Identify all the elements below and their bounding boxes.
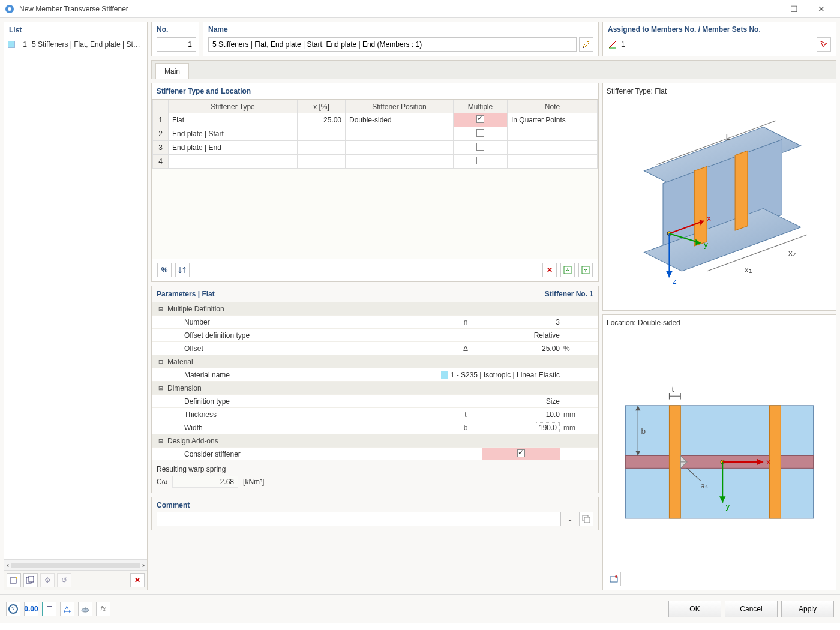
ok-button[interactable]: OK xyxy=(668,601,721,617)
help-button[interactable]: ? xyxy=(6,602,20,616)
sort-button[interactable] xyxy=(175,263,190,277)
group-multiple[interactable]: ⊟Multiple Definition xyxy=(152,302,598,315)
param-consider[interactable]: Consider stiffener xyxy=(152,447,598,460)
new-item-button[interactable] xyxy=(7,573,21,587)
list-item[interactable]: 1 5 Stiffeners | Flat, End plate | Start… xyxy=(4,38,147,51)
parameters-subtitle: Stiffener No. 1 xyxy=(545,290,593,298)
param-offset[interactable]: OffsetΔ25.00% xyxy=(152,341,598,355)
scroll-right-icon[interactable]: › xyxy=(142,561,145,569)
svg-line-6 xyxy=(609,41,616,48)
comment-dropdown-button[interactable]: ⌄ xyxy=(565,512,575,526)
comment-label: Comment xyxy=(157,501,593,509)
multiple-checkbox[interactable] xyxy=(476,129,484,137)
svg-rect-5 xyxy=(583,47,584,48)
import-button[interactable] xyxy=(560,263,575,277)
multiple-checkbox[interactable] xyxy=(476,157,484,164)
preview-tool-button[interactable] xyxy=(607,572,621,586)
stiffener-section: Stiffener Type and Location Stiffener Ty… xyxy=(151,83,599,282)
preview-bottom: Location: Double-sided t xyxy=(602,314,836,590)
preview-top-svg: x y z L x₁ x₂ xyxy=(607,98,832,307)
title-bar: New Member Transverse Stiffener — ☐ ✕ xyxy=(0,0,840,18)
name-label: Name xyxy=(208,25,593,34)
table-row[interactable]: 4 xyxy=(153,155,598,169)
list-toolbar: ⚙ ↺ ✕ xyxy=(4,570,147,590)
preview-bottom-title: Location: Double-sided xyxy=(607,319,832,327)
param-number[interactable]: Numbern3 xyxy=(152,315,598,328)
cancel-button[interactable]: Cancel xyxy=(725,601,778,617)
window-title: New Member Transverse Stiffener xyxy=(19,5,752,13)
parameters-section: Parameters | Flat Stiffener No. 1 ⊟Multi… xyxy=(151,286,599,493)
svg-marker-15 xyxy=(694,166,707,246)
delete-row-button[interactable]: ✕ xyxy=(542,263,557,277)
view-button[interactable]: ☐ xyxy=(42,602,56,616)
export-button[interactable] xyxy=(578,263,593,277)
scroll-left-icon[interactable]: ‹ xyxy=(7,561,9,569)
param-offset-type[interactable]: Offset definition typeRelative xyxy=(152,328,598,341)
param-thickness[interactable]: Thicknesst10.0mm xyxy=(152,407,598,421)
pick-member-button[interactable] xyxy=(817,37,831,52)
svg-text:t: t xyxy=(672,385,674,394)
col-mult[interactable]: Multiple xyxy=(454,100,508,113)
edit-name-button[interactable] xyxy=(579,37,593,52)
tab-main[interactable]: Main xyxy=(155,63,189,79)
multiple-checkbox[interactable] xyxy=(476,143,484,151)
copy-item-button[interactable] xyxy=(23,573,38,587)
function-button[interactable]: fx xyxy=(96,602,110,616)
list-item-number: 1 xyxy=(19,40,27,49)
preview-top-title: Stiffener Type: Flat xyxy=(607,87,832,95)
table-toolbar: % ✕ xyxy=(152,259,598,281)
minimize-button[interactable]: — xyxy=(752,0,780,18)
col-pos[interactable]: Stiffener Position xyxy=(346,100,454,113)
delete-item-button[interactable]: ✕ xyxy=(130,573,145,587)
group-design[interactable]: ⊟Design Add-ons xyxy=(152,434,598,447)
tool-button-3[interactable]: ⚙ xyxy=(40,573,55,587)
table-row[interactable]: 1Flat25.00Double-sidedIn Quarter Points xyxy=(153,113,598,127)
group-material[interactable]: ⊟Material xyxy=(152,355,598,368)
svg-text:aₛ: aₛ xyxy=(701,482,708,490)
col-x[interactable]: x [%] xyxy=(298,100,346,113)
tool-button-4[interactable]: ↺ xyxy=(57,573,71,587)
cloud-button[interactable] xyxy=(78,602,92,616)
svg-text:x: x xyxy=(707,214,711,223)
parameters-title: Parameters | Flat xyxy=(157,290,215,298)
table-row[interactable]: 2End plate | Start xyxy=(153,127,598,141)
warp-value: 2.68 xyxy=(172,476,238,488)
col-note[interactable]: Note xyxy=(508,100,598,113)
name-input[interactable] xyxy=(208,37,577,52)
close-button[interactable]: ✕ xyxy=(808,0,835,18)
comment-input[interactable] xyxy=(157,512,561,526)
svg-rect-2 xyxy=(10,578,16,583)
svg-rect-11 xyxy=(584,517,590,523)
table-row[interactable]: 3End plate | End xyxy=(153,141,598,155)
svg-marker-16 xyxy=(735,151,748,230)
svg-marker-25 xyxy=(666,271,672,277)
units-button[interactable]: 0.00 xyxy=(24,602,38,616)
list-title: List xyxy=(4,22,147,38)
svg-point-54 xyxy=(615,575,617,578)
svg-text:x₂: x₂ xyxy=(788,248,796,257)
tab-bar: Main xyxy=(151,60,836,79)
multiple-checkbox[interactable] xyxy=(476,115,484,123)
param-deftype[interactable]: Definition typeSize xyxy=(152,394,598,407)
no-input[interactable] xyxy=(157,37,196,52)
consider-checkbox[interactable] xyxy=(517,449,525,457)
svg-text:x: x xyxy=(766,457,770,466)
group-dimension[interactable]: ⊟Dimension xyxy=(152,381,598,394)
col-type[interactable]: Stiffener Type xyxy=(169,100,298,113)
svg-text:b: b xyxy=(641,427,646,436)
svg-text:y: y xyxy=(725,502,730,511)
maximize-button[interactable]: ☐ xyxy=(780,0,808,18)
svg-text:A: A xyxy=(65,605,68,610)
dimension-button[interactable]: A xyxy=(60,602,74,616)
comment-extra-button[interactable] xyxy=(579,512,593,526)
param-width[interactable]: Widthb190.0mm xyxy=(152,421,598,434)
footer: ? 0.00 ☐ A fx OK Cancel Apply xyxy=(0,594,840,623)
warp-label: Resulting warp spring xyxy=(157,465,593,473)
list-scrollbar[interactable]: ‹ › xyxy=(4,559,147,570)
assigned-label: Assigned to Members No. / Member Sets No… xyxy=(608,25,831,34)
warp-symbol: Cω xyxy=(157,478,167,486)
apply-button[interactable]: Apply xyxy=(781,601,834,617)
preview-top: Stiffener Type: Flat xyxy=(602,83,836,311)
param-material-name[interactable]: Material name1 - S235 | Isotropic | Line… xyxy=(152,368,598,381)
percent-button[interactable]: % xyxy=(157,263,172,277)
